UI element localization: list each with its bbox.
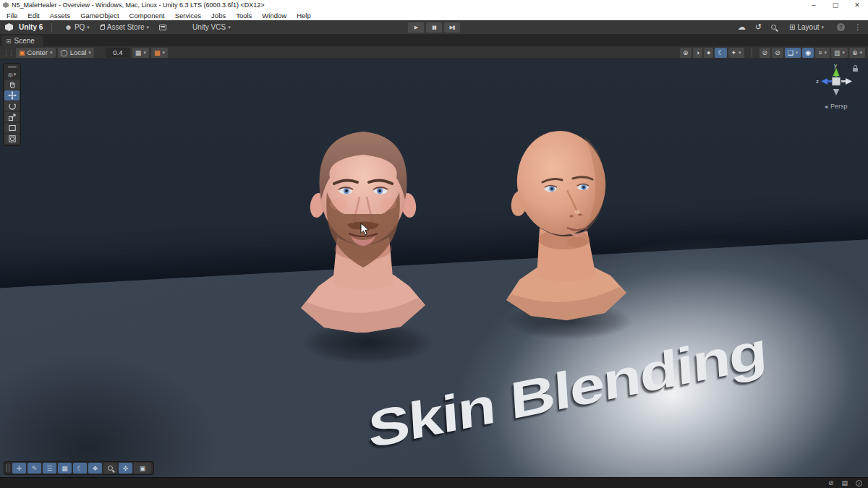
scene-visibility-button[interactable]: ◉	[802, 48, 814, 58]
camera-preview-overlay-toggle[interactable]: ▣	[134, 463, 151, 474]
cache-server-icon[interactable]: ▤	[841, 479, 848, 487]
asset-store-dropdown[interactable]: Asset Store ▾	[96, 22, 153, 33]
account-dropdown[interactable]: ☻ PQ ▾	[61, 22, 93, 33]
menu-services[interactable]: Services	[170, 10, 206, 20]
menu-jobs[interactable]: Jobs	[206, 10, 231, 20]
overlays-dropdown[interactable]: ❑ ▾	[785, 48, 801, 58]
chevron-down-icon: ▾	[14, 72, 17, 77]
head-model-bald[interactable]	[498, 127, 635, 322]
hand-tool-button[interactable]	[4, 80, 20, 90]
axis-z-label: z	[816, 78, 819, 85]
drag-handle-icon[interactable]	[8, 66, 17, 68]
step-button[interactable]: ▶▮	[444, 22, 460, 33]
menu-window[interactable]: Window	[257, 10, 292, 20]
scene-view-toolbar: ⋮⋮ ▣ Center ▾ ◯ Local ▾ 0.4 ▦ ▾ ▩ ▾ ⊕ ◑ …	[0, 46, 868, 59]
scene-lighting-button[interactable]: ☾	[715, 48, 726, 58]
menu-edit[interactable]: Edit	[22, 10, 44, 20]
rotate-tool-button[interactable]	[4, 101, 20, 111]
package-manager-button[interactable]	[156, 23, 170, 32]
grid-size-field[interactable]: 0.4	[106, 48, 130, 58]
play-controls: ▶ ▮▮ ▶▮	[408, 22, 460, 33]
menu-help[interactable]: Help	[292, 10, 316, 20]
scene-viewport[interactable]: Skin Blending ◎ ▾	[0, 59, 868, 477]
gizmos-dropdown[interactable]: ⊕ ▾	[849, 48, 865, 58]
move-icon	[8, 91, 17, 100]
notifications-muted-icon[interactable]: ⊘	[828, 479, 834, 487]
grid-icon: ▩	[154, 49, 161, 56]
snap-settings-dropdown[interactable]: ▦ ▾	[132, 48, 149, 58]
archive-icon	[159, 25, 166, 30]
view-options-overlay-toggle[interactable]: ☰	[43, 463, 56, 474]
maximize-button[interactable]: ▢	[825, 0, 846, 10]
pause-button[interactable]: ▮▮	[426, 22, 442, 33]
tool-settings-dropdown[interactable]: ◎ ▾	[4, 70, 20, 79]
close-button[interactable]: ✕	[846, 0, 868, 10]
lock-icon[interactable]	[853, 68, 858, 72]
kebab-menu-icon[interactable]: ⋮	[854, 23, 861, 31]
mouse-cursor	[360, 223, 370, 236]
shopping-bag-icon	[100, 25, 105, 30]
layout-dropdown[interactable]: ⊞ Layout ▾	[786, 22, 827, 33]
isolation-dropdown[interactable]: ≡ ▾	[815, 48, 830, 58]
tools-overlay-toggle[interactable]: ✛	[12, 463, 26, 474]
play-button[interactable]: ▶	[408, 22, 424, 33]
unity-vcs-dropdown[interactable]: Unity VCS ▾	[189, 22, 234, 33]
search-icon[interactable]	[771, 25, 776, 30]
camera-disabled-button[interactable]: ⊘	[760, 48, 771, 58]
rect-icon	[8, 124, 17, 132]
chevron-down-icon: ▾	[796, 50, 799, 56]
tabbar: ⊞ Scene	[0, 35, 868, 46]
lighting-toggle-button[interactable]: ●	[704, 48, 713, 58]
chevron-down-icon: ▾	[739, 50, 741, 56]
pivot-mode-dropdown[interactable]: ▣ Center ▾	[16, 48, 56, 58]
drag-handle-icon[interactable]	[7, 464, 9, 472]
snap-overlay-toggle[interactable]: ✎	[27, 463, 41, 474]
axis-x-cone	[846, 78, 852, 85]
menubar: File Edit Assets GameObject Component Se…	[0, 10, 868, 20]
menu-file[interactable]: File	[1, 10, 22, 20]
unity-app-icon	[3, 2, 9, 8]
chevron-down-icon: ▾	[50, 50, 53, 56]
navigation-overlay-toggle[interactable]: ✜	[119, 463, 132, 474]
drag-handle-icon[interactable]: ⋮⋮	[3, 49, 13, 56]
orientation-dropdown[interactable]: ◯ Local ▾	[58, 48, 94, 58]
corner-shadow	[0, 311, 275, 477]
move-tool-button[interactable]	[4, 90, 20, 100]
window-title: N5_MaleHealer - Overview - Windows, Mac,…	[12, 1, 803, 9]
history-icon[interactable]: ↺	[755, 22, 762, 32]
menu-component[interactable]: Component	[124, 10, 170, 20]
rect-tool-button[interactable]	[4, 123, 20, 133]
chevron-down-icon: ▾	[821, 25, 824, 30]
view-2d-button[interactable]: ◑	[693, 48, 702, 58]
chevron-down-icon: ▾	[228, 25, 231, 30]
rotate-icon	[8, 102, 17, 111]
transform-tool-button[interactable]	[4, 134, 20, 144]
menu-assets[interactable]: Assets	[45, 10, 76, 20]
menu-gameobject[interactable]: GameObject	[75, 10, 124, 20]
unity-logo-icon	[5, 23, 13, 31]
tab-scene[interactable]: ⊞ Scene	[1, 35, 43, 46]
chevron-down-icon: ▾	[143, 50, 146, 56]
minimize-button[interactable]: –	[803, 0, 825, 10]
lighting-overlay-toggle[interactable]: ☾	[73, 463, 87, 474]
cloud-icon[interactable]: ☁	[738, 22, 746, 32]
camera-view-dropdown[interactable]: ▥ ▾	[831, 48, 848, 58]
tools-overlay-palette: ◎ ▾	[3, 63, 21, 146]
hand-icon	[8, 80, 17, 89]
grid-overlay-toggle[interactable]: ▦	[58, 463, 72, 474]
annotation-disabled-button[interactable]: ⊘	[772, 48, 783, 58]
draw-mode-button[interactable]: ⊕	[680, 48, 692, 58]
help-icon[interactable]: ?	[837, 23, 845, 31]
scene-orientation-gizmo[interactable]: y z ◄ Persp	[810, 61, 861, 110]
background-tasks-icon[interactable]: ✓	[856, 480, 862, 487]
effects-dropdown[interactable]: ✦ ▾	[728, 48, 744, 58]
scale-tool-button[interactable]	[4, 112, 20, 122]
chevron-down-icon: ▾	[859, 50, 862, 56]
search-overlay-toggle[interactable]	[103, 463, 117, 474]
grid-visibility-dropdown[interactable]: ▩ ▾	[151, 48, 168, 58]
menu-tools[interactable]: Tools	[231, 10, 257, 20]
persp-arrow-icon: ◄	[824, 104, 829, 109]
effects-overlay-toggle[interactable]: ❖	[88, 463, 102, 474]
chevron-down-icon: ▾	[842, 50, 845, 56]
projection-label[interactable]: ◄ Persp	[810, 103, 861, 110]
